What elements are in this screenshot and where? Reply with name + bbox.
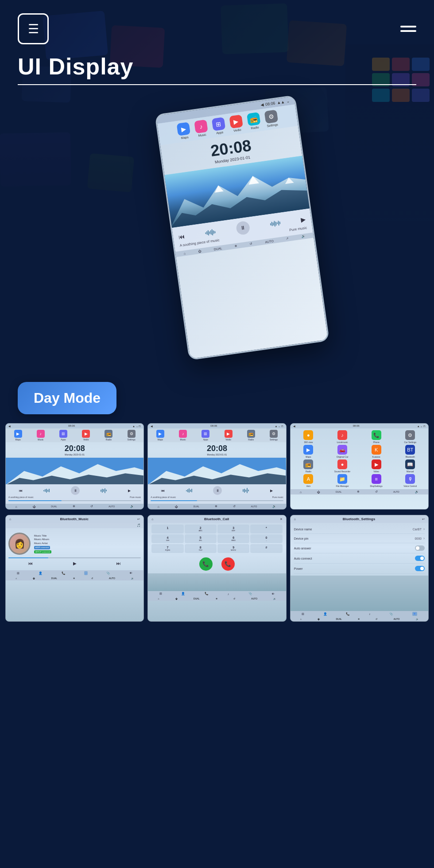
- sc2-play-btn[interactable]: ⏸: [213, 486, 222, 495]
- nav-app-radio[interactable]: 📻 Radio: [247, 112, 261, 130]
- sc1-nav-apps[interactable]: ⊞ Apps: [59, 430, 67, 441]
- sc2-vol[interactable]: 🔊: [272, 505, 276, 508]
- sc1-nav-settings[interactable]: ⚙ Settings: [128, 430, 136, 441]
- btm1-clip-icon[interactable]: 📎: [106, 572, 110, 575]
- btm3-home2[interactable]: ⌂: [300, 618, 302, 620]
- key-0[interactable]: 0 -: [250, 534, 282, 543]
- btm3-user-icon[interactable]: 👤: [323, 612, 327, 616]
- bt-music-back-icon[interactable]: ↩: [137, 518, 140, 521]
- app-voice-control[interactable]: 🎙 Voice Control: [394, 474, 426, 487]
- btm2-eye-icon[interactable]: 👁: [271, 592, 275, 596]
- app-car-settings[interactable]: ⚙ Car Settings: [394, 430, 426, 444]
- play-pause-btn[interactable]: ⏸: [235, 221, 250, 236]
- bt-prev-btn[interactable]: ⏮: [28, 561, 33, 566]
- btm2-music-icon[interactable]: ♪: [228, 592, 229, 596]
- hamburger-menu-icon[interactable]: [400, 26, 416, 32]
- btm3-vol2[interactable]: 🔊: [416, 618, 418, 620]
- sc1-power-icon[interactable]: ⏻: [33, 505, 36, 508]
- btm1-home2[interactable]: ⌂: [16, 577, 17, 580]
- bt-settings-back-icon[interactable]: ↩: [422, 518, 425, 521]
- key-9[interactable]: 9 WXYZ: [217, 544, 249, 553]
- key-5[interactable]: 5 JKL: [185, 534, 217, 543]
- bt-next-btn[interactable]: ⏭: [116, 561, 121, 566]
- sc2-next[interactable]: ▶: [270, 489, 273, 493]
- sc2-home-icon[interactable]: ⌂: [158, 505, 159, 508]
- app-maps[interactable]: ▶ Maps: [292, 445, 325, 458]
- key-7[interactable]: 7 PQRS: [151, 544, 183, 553]
- sc1-nav-maps[interactable]: ▶ Maps: [14, 430, 22, 441]
- sc2-nav-settings[interactable]: ⚙ Settings: [270, 430, 278, 441]
- sc2-prev[interactable]: ⏮: [161, 489, 165, 493]
- btm1-grid-icon[interactable]: ⊞: [17, 572, 19, 575]
- btm1-music-icon[interactable]: ♪: [84, 571, 88, 575]
- app-sound-recorder[interactable]: ● Sound Recorder: [326, 459, 359, 473]
- home-icon[interactable]: ⌂: [183, 252, 186, 255]
- key-6[interactable]: 6 MNO: [217, 534, 249, 543]
- bt-music-home-icon[interactable]: ⌂: [9, 518, 11, 521]
- nav-app-apps[interactable]: ⊞ Apps: [212, 117, 226, 135]
- btm1-phone-icon[interactable]: 📞: [62, 572, 66, 575]
- sc1-nav-music[interactable]: ♪ Music: [37, 430, 45, 441]
- btm1-vol2[interactable]: 🔊: [131, 577, 134, 580]
- prev-icon[interactable]: ⏮: [178, 233, 185, 241]
- bt-call-close-icon[interactable]: ✕: [280, 518, 283, 521]
- power-icon[interactable]: ⏻: [198, 249, 202, 253]
- btm3-pwr2[interactable]: ⏻: [318, 618, 320, 620]
- app-kuwooo[interactable]: K Kuwooo: [360, 445, 393, 458]
- sc2-nav-maps[interactable]: ▶ Maps: [156, 430, 164, 441]
- sc1-next[interactable]: ▶: [128, 489, 131, 493]
- key-8[interactable]: 8 TUV: [185, 544, 217, 553]
- volume-icon[interactable]: 🔊: [301, 234, 306, 238]
- app-bluetooth[interactable]: BT Bluetooth: [394, 445, 426, 458]
- auto-connect-toggle[interactable]: [415, 556, 425, 561]
- key-3[interactable]: 3 DEF: [217, 525, 249, 533]
- sc1-home-icon[interactable]: ⌂: [15, 505, 17, 508]
- sc2-nav-apps[interactable]: ⊞ Apps: [202, 430, 209, 441]
- sc1-nav-vedio[interactable]: ▶ Vedio: [82, 430, 90, 441]
- btm2-grid-icon[interactable]: ⊞: [159, 592, 162, 596]
- call-end-btn[interactable]: 📞: [221, 557, 235, 571]
- sc1-vol[interactable]: 🔊: [130, 505, 134, 508]
- app-360view[interactable]: ● 360 view: [292, 430, 325, 444]
- nav-app-vedio[interactable]: ▶ Vedio: [229, 115, 244, 133]
- sc2-nav-vedio[interactable]: ▶ Vedio: [225, 430, 232, 441]
- btm1-user-icon[interactable]: 👤: [39, 572, 43, 575]
- app-radio[interactable]: 📻 Radio: [292, 459, 325, 473]
- next-icon[interactable]: ▶: [300, 216, 306, 223]
- btm3-eye-icon[interactable]: 👁: [412, 612, 417, 616]
- key-4[interactable]: 4 GHI: [151, 534, 183, 543]
- key-2[interactable]: 2 ABC: [185, 525, 217, 533]
- key-1[interactable]: 1: [151, 525, 183, 533]
- btm2-clip-icon[interactable]: 📎: [248, 592, 252, 596]
- btm2-phone-icon[interactable]: 📞: [205, 592, 209, 596]
- nav-app-music[interactable]: ♪ Music: [194, 120, 209, 138]
- sc1-nav-radio[interactable]: 📻 Radio: [105, 430, 112, 441]
- btm3-clip-icon[interactable]: 📎: [389, 612, 393, 616]
- bt-play-btn[interactable]: ▶: [73, 561, 77, 566]
- key-star[interactable]: *: [250, 525, 282, 533]
- call-answer-btn[interactable]: 📞: [199, 557, 213, 571]
- app-manual[interactable]: 📖 Manual: [394, 459, 426, 473]
- btm1-eye-icon[interactable]: 👁: [129, 572, 132, 575]
- sc2-nav-music[interactable]: ♪ Music: [179, 430, 187, 441]
- sc1-prev[interactable]: ⏮: [19, 489, 23, 493]
- key-hash[interactable]: #: [250, 544, 282, 553]
- btm2-pwr2[interactable]: ⏻: [175, 597, 178, 600]
- btm2-home2[interactable]: ⌂: [158, 597, 159, 600]
- nav-app-settings[interactable]: ⚙ Settings: [264, 109, 279, 128]
- app-avin[interactable]: A Avin: [292, 474, 325, 487]
- bt-settings-home-icon[interactable]: ⌂: [294, 518, 296, 521]
- sc2-power-icon[interactable]: ⏻: [175, 505, 178, 508]
- nav-app-maps[interactable]: ▶ Maps: [177, 122, 191, 140]
- btm3-music-icon[interactable]: ♪: [369, 612, 371, 615]
- app-file-manager[interactable]: 📁 File Manager: [326, 474, 359, 487]
- btm1-pwr2[interactable]: ⏻: [33, 577, 35, 580]
- sc3-power-icon[interactable]: ⏻: [317, 490, 320, 494]
- app-phone[interactable]: 📞 Phone: [360, 430, 393, 444]
- app-disp-settings[interactable]: ≡ DispSettings: [360, 474, 393, 487]
- btm2-vol2[interactable]: 🔊: [273, 597, 276, 600]
- sc3-home-icon[interactable]: ⌂: [300, 490, 302, 494]
- sc2-nav-radio[interactable]: 📻 Radio: [247, 430, 255, 441]
- btm2-user-icon[interactable]: 👤: [181, 592, 185, 596]
- app-video[interactable]: ▶ Video: [360, 459, 393, 473]
